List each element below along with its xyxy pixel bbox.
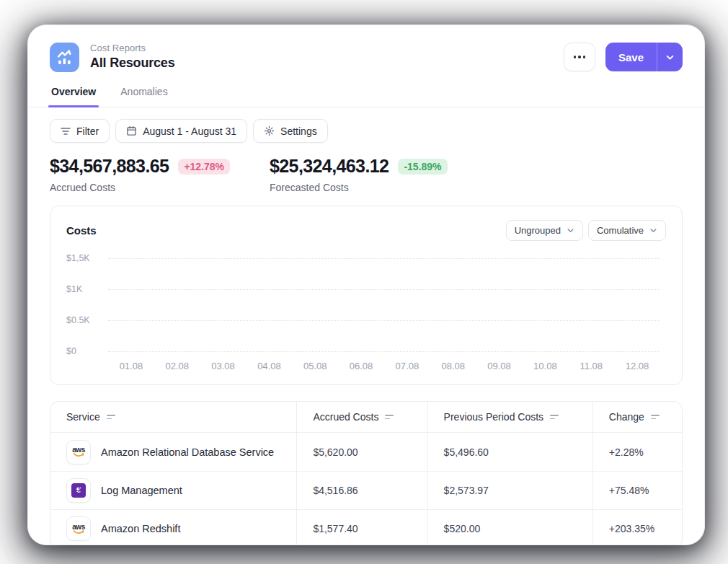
x-axis-tick-label: 09.08 bbox=[476, 361, 523, 371]
change-cell: +203.35% bbox=[592, 510, 682, 545]
column-header-service[interactable]: Service bbox=[50, 402, 296, 432]
service-logo: aws bbox=[66, 478, 91, 503]
y-axis-tick-label: $0.5K bbox=[66, 315, 102, 325]
accrued-cost-cell: $1,577.40 bbox=[296, 510, 427, 545]
service-name: Amazon Relational Database Service bbox=[101, 446, 274, 458]
save-split-button: Save bbox=[605, 43, 683, 71]
previous-period-cost-cell: $5,496.60 bbox=[427, 433, 592, 471]
x-axis-tick-label: 05.08 bbox=[292, 361, 338, 371]
change-cell: +2.28% bbox=[592, 433, 682, 471]
previous-period-cost-cell: $520.00 bbox=[427, 510, 592, 545]
breadcrumb: Cost Reports bbox=[90, 43, 174, 53]
sort-icon bbox=[107, 415, 115, 419]
table-row[interactable]: aws Amazon Redshift $1,577.40 $520.00 +2… bbox=[50, 509, 682, 545]
table-header-row: Service Accrued Costs Previous Period Co… bbox=[50, 402, 682, 433]
kpi-delta-badge: +12.78% bbox=[178, 159, 230, 175]
sort-icon bbox=[385, 415, 394, 419]
group-dropdown[interactable]: Ungrouped bbox=[506, 220, 583, 241]
column-header-previous-period-costs[interactable]: Previous Period Costs bbox=[427, 402, 592, 432]
x-axis-tick-label: 10.08 bbox=[522, 361, 568, 371]
y-axis-tick-label: $1K bbox=[66, 284, 102, 294]
chart-title: Costs bbox=[66, 224, 97, 237]
accrued-cost-cell: $4,516.86 bbox=[296, 472, 427, 509]
column-header-change[interactable]: Change bbox=[592, 402, 682, 432]
aws-icon: aws bbox=[72, 446, 85, 457]
chevron-down-icon bbox=[649, 226, 657, 234]
chevron-down-icon bbox=[567, 226, 574, 234]
tab-bar: Overview Anomalies bbox=[28, 83, 704, 107]
x-axis-tick-label: 02.08 bbox=[154, 361, 200, 371]
cumulative-dropdown[interactable]: Comulative bbox=[588, 220, 666, 241]
gear-icon bbox=[264, 125, 275, 136]
save-dropdown-button[interactable] bbox=[657, 43, 683, 71]
y-axis-tick-label: $1,5K bbox=[66, 253, 102, 263]
change-cell: +75.48% bbox=[592, 472, 682, 509]
settings-button[interactable]: Settings bbox=[253, 119, 328, 143]
cost-reports-window: Cost Reports All Resources Save Overview… bbox=[27, 25, 705, 545]
save-button[interactable]: Save bbox=[605, 43, 657, 71]
kpi-value: $25,324,463.12 bbox=[270, 156, 389, 177]
kpi-label: Accrued Costs bbox=[50, 182, 270, 193]
x-axis-tick-label: 04.08 bbox=[246, 361, 292, 371]
bars-layer bbox=[108, 258, 660, 351]
chart-plot: $0$0.5K$1K$1,5K bbox=[108, 258, 660, 351]
filter-icon bbox=[61, 127, 71, 136]
filter-button[interactable]: Filter bbox=[50, 119, 110, 143]
kpi-label: Forecasted Costs bbox=[270, 182, 489, 193]
table-body: aws Amazon Relational Database Service $… bbox=[50, 433, 682, 545]
kpi-forecasted-costs: $25,324,463.12 -15.89% Forecasted Costs bbox=[270, 156, 489, 193]
datadog-icon bbox=[71, 483, 86, 498]
x-axis-tick-label: 12.08 bbox=[614, 361, 660, 371]
table-row[interactable]: aws Amazon Relational Database Service $… bbox=[50, 433, 682, 471]
column-header-accrued-costs[interactable]: Accrued Costs bbox=[296, 402, 427, 432]
chevron-down-icon bbox=[665, 53, 675, 62]
filter-toolbar: Filter August 1 - August 31 Settings bbox=[50, 119, 683, 143]
service-name: Log Management bbox=[101, 485, 182, 496]
more-options-button[interactable] bbox=[564, 43, 595, 71]
screenshot-stage: Cost Reports All Resources Save Overview… bbox=[0, 0, 728, 564]
accrued-cost-cell: $5,620.00 bbox=[296, 433, 427, 471]
header: Cost Reports All Resources Save bbox=[28, 25, 704, 72]
kpi-delta-badge: -15.89% bbox=[398, 159, 447, 175]
kpi-row: $34,567,883.65 +12.78% Accrued Costs $25… bbox=[50, 156, 683, 193]
costs-chart-card: Costs Ungrouped Comulative $0$0.5K$1K$1 bbox=[50, 206, 683, 385]
calendar-icon bbox=[126, 125, 137, 136]
x-axis-tick-label: 07.08 bbox=[384, 361, 430, 371]
table-row[interactable]: aws Log Management $4,516.86 $2,573.97 +… bbox=[50, 471, 682, 509]
chart-x-axis: 01.0802.0803.0804.0805.0806.0807.0808.08… bbox=[108, 361, 660, 371]
x-axis-tick-label: 11.08 bbox=[568, 361, 614, 371]
services-table: Service Accrued Costs Previous Period Co… bbox=[50, 401, 683, 545]
tab-overview[interactable]: Overview bbox=[50, 83, 97, 107]
kpi-value: $34,567,883.65 bbox=[50, 156, 169, 177]
service-logo: aws bbox=[66, 516, 91, 541]
x-axis-tick-label: 01.08 bbox=[108, 361, 154, 371]
x-axis-tick-label: 08.08 bbox=[430, 361, 476, 371]
gridline bbox=[108, 351, 660, 352]
kpi-accrued-costs: $34,567,883.65 +12.78% Accrued Costs bbox=[50, 156, 270, 193]
ellipsis-icon bbox=[574, 56, 586, 58]
cost-report-chart-icon bbox=[50, 43, 79, 72]
service-name: Amazon Redshift bbox=[101, 523, 180, 534]
y-axis-tick-label: $0 bbox=[66, 346, 102, 356]
service-logo: aws bbox=[66, 440, 91, 464]
x-axis-tick-label: 03.08 bbox=[200, 361, 247, 371]
x-axis-tick-label: 06.08 bbox=[338, 361, 384, 371]
sort-icon bbox=[550, 415, 559, 419]
sort-icon bbox=[651, 415, 660, 419]
aws-icon: aws bbox=[72, 524, 85, 534]
page-title: All Resources bbox=[90, 56, 174, 71]
date-range-button[interactable]: August 1 - August 31 bbox=[115, 119, 247, 143]
previous-period-cost-cell: $2,573.97 bbox=[427, 472, 592, 509]
tab-anomalies[interactable]: Anomalies bbox=[119, 83, 169, 107]
